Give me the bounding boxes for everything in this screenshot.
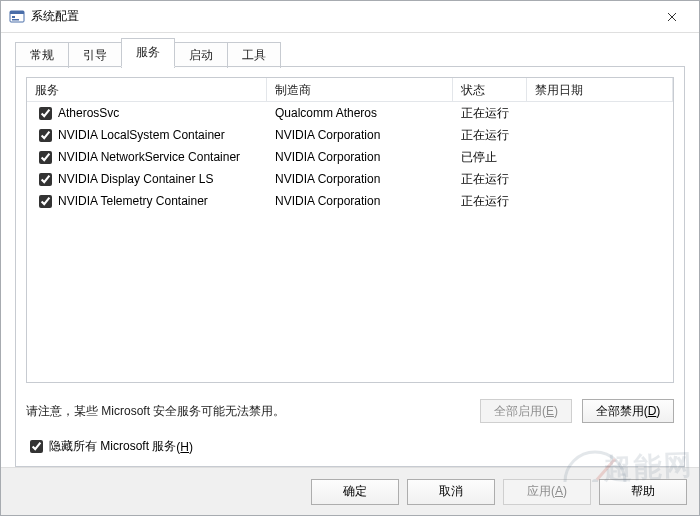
table-row[interactable]: NVIDIA LocalSystem Container NVIDIA Corp…	[27, 124, 673, 146]
security-warning: 请注意，某些 Microsoft 安全服务可能无法禁用。	[26, 403, 285, 420]
disable-all-button[interactable]: 全部禁用(D)	[582, 399, 674, 423]
services-panel: 服务 制造商 状态 禁用日期 AtherosSvc Qualcomm Ather…	[15, 67, 685, 467]
tab-tools[interactable]: 工具	[227, 42, 281, 68]
svg-rect-2	[12, 16, 15, 18]
service-checkbox[interactable]	[39, 195, 52, 208]
hide-ms-services-checkbox[interactable]	[30, 440, 43, 453]
tab-general[interactable]: 常规	[15, 42, 69, 68]
column-disable-date[interactable]: 禁用日期	[527, 78, 673, 101]
service-name: NVIDIA NetworkService Container	[58, 150, 240, 164]
app-icon	[9, 9, 25, 25]
service-name: NVIDIA LocalSystem Container	[58, 128, 225, 142]
enable-all-button[interactable]: 全部启用(E)	[480, 399, 572, 423]
table-row[interactable]: NVIDIA Display Container LS NVIDIA Corpo…	[27, 168, 673, 190]
column-service[interactable]: 服务	[27, 78, 267, 101]
service-status: 正在运行	[453, 193, 527, 210]
content-area: 常规 引导 服务 启动 工具 服务 制造商 状态 禁用日期 AtherosSvc…	[1, 33, 699, 467]
table-row[interactable]: AtherosSvc Qualcomm Atheros 正在运行	[27, 102, 673, 124]
ok-button[interactable]: 确定	[311, 479, 399, 505]
window-title: 系统配置	[31, 8, 79, 25]
apply-button[interactable]: 应用(A)	[503, 479, 591, 505]
msconfig-window: 系统配置 常规 引导 服务 启动 工具 服务 制造商 状态 禁用日期	[0, 0, 700, 516]
svg-rect-3	[12, 19, 19, 21]
service-manufacturer: NVIDIA Corporation	[267, 128, 453, 142]
service-name: AtherosSvc	[58, 106, 119, 120]
tabstrip: 常规 引导 服务 启动 工具	[15, 41, 685, 67]
close-button[interactable]	[649, 2, 694, 32]
service-manufacturer: Qualcomm Atheros	[267, 106, 453, 120]
svg-rect-1	[10, 11, 24, 14]
service-status: 正在运行	[453, 105, 527, 122]
service-status: 已停止	[453, 149, 527, 166]
service-status: 正在运行	[453, 127, 527, 144]
service-checkbox[interactable]	[39, 129, 52, 142]
dialog-footer: 确定 取消 应用(A) 帮助	[1, 467, 699, 515]
service-checkbox[interactable]	[39, 173, 52, 186]
service-name: NVIDIA Display Container LS	[58, 172, 213, 186]
service-manufacturer: NVIDIA Corporation	[267, 194, 453, 208]
hide-ms-services-label[interactable]: 隐藏所有 Microsoft 服务(H)	[26, 437, 193, 456]
column-status[interactable]: 状态	[453, 78, 527, 101]
titlebar: 系统配置	[1, 1, 699, 33]
help-button[interactable]: 帮助	[599, 479, 687, 505]
service-manufacturer: NVIDIA Corporation	[267, 150, 453, 164]
tab-services[interactable]: 服务	[121, 38, 175, 67]
service-checkbox[interactable]	[39, 151, 52, 164]
column-manufacturer[interactable]: 制造商	[267, 78, 453, 101]
cancel-button[interactable]: 取消	[407, 479, 495, 505]
service-name: NVIDIA Telemetry Container	[58, 194, 208, 208]
service-checkbox[interactable]	[39, 107, 52, 120]
listview-header[interactable]: 服务 制造商 状态 禁用日期	[27, 78, 673, 102]
below-list: 请注意，某些 Microsoft 安全服务可能无法禁用。 全部启用(E) 全部禁…	[26, 399, 674, 456]
services-listview[interactable]: 服务 制造商 状态 禁用日期 AtherosSvc Qualcomm Ather…	[26, 77, 674, 383]
tab-boot[interactable]: 引导	[68, 42, 122, 68]
tab-startup[interactable]: 启动	[174, 42, 228, 68]
listview-body[interactable]: AtherosSvc Qualcomm Atheros 正在运行 NVIDIA …	[27, 102, 673, 382]
service-manufacturer: NVIDIA Corporation	[267, 172, 453, 186]
table-row[interactable]: NVIDIA Telemetry Container NVIDIA Corpor…	[27, 190, 673, 212]
service-status: 正在运行	[453, 171, 527, 188]
table-row[interactable]: NVIDIA NetworkService Container NVIDIA C…	[27, 146, 673, 168]
